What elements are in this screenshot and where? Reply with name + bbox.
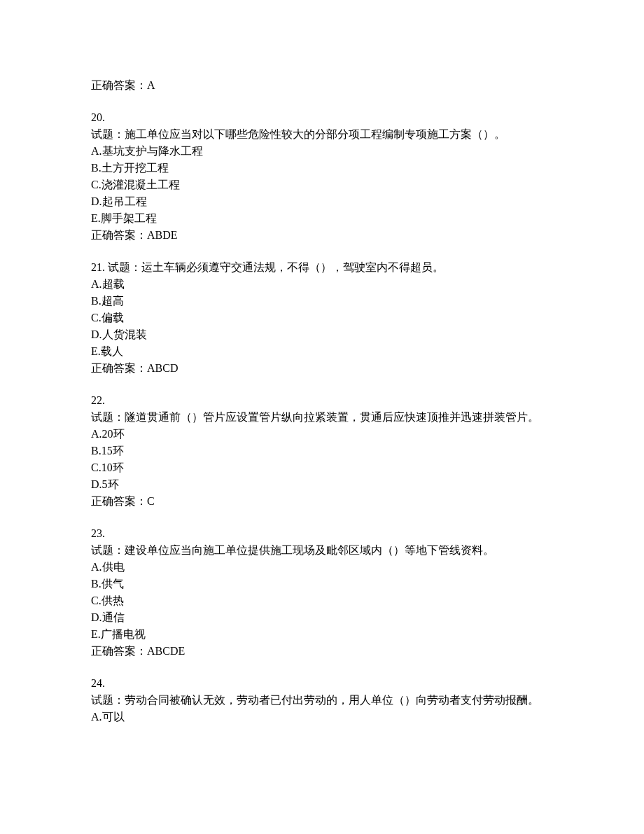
question-header: 21. 试题：运土车辆必须遵守交通法规，不得（），驾驶室内不得超员。 (91, 259, 553, 276)
option: E.脚手架工程 (91, 210, 553, 227)
option: A.基坑支护与降水工程 (91, 143, 553, 160)
option: C.10环 (91, 459, 553, 476)
option: B.超高 (91, 293, 553, 310)
question-stem: 试题：运土车辆必须遵守交通法规，不得（），驾驶室内不得超员。 (108, 261, 444, 273)
option: C.浇灌混凝土工程 (91, 176, 553, 193)
question-block: 22. 试题：隧道贯通前（）管片应设置管片纵向拉紧装置，贯通后应快速顶推并迅速拼… (91, 392, 553, 510)
option: B.15环 (91, 443, 553, 459)
answer-text: 正确答案：ABCD (91, 360, 553, 377)
question-stem: 试题：隧道贯通前（）管片应设置管片纵向拉紧装置，贯通后应快速顶推并迅速拼装管片。 (91, 409, 553, 426)
option: D.人货混装 (91, 326, 553, 343)
answer-text: 正确答案：ABDE (91, 227, 553, 244)
answer-text: 正确答案：A (91, 77, 553, 94)
question-stem: 试题：劳动合同被确认无效，劳动者已付出劳动的，用人单位（）向劳动者支付劳动报酬。 (91, 692, 553, 709)
question-number: 22. (91, 392, 553, 409)
document-page: 正确答案：A 20. 试题：施工单位应当对以下哪些危险性较大的分部分项工程编制专… (0, 0, 644, 834)
option: A.20环 (91, 426, 553, 443)
option: E.广播电视 (91, 626, 553, 643)
answer-text: 正确答案：ABCDE (91, 643, 553, 660)
option: D.起吊工程 (91, 193, 553, 210)
question-stem: 试题：建设单位应当向施工单位提供施工现场及毗邻区域内（）等地下管线资料。 (91, 542, 553, 559)
option: A.供电 (91, 559, 553, 576)
option: C.偏载 (91, 310, 553, 326)
option: A.超载 (91, 276, 553, 293)
option: B.供气 (91, 576, 553, 592)
question-block: 20. 试题：施工单位应当对以下哪些危险性较大的分部分项工程编制专项施工方案（）… (91, 109, 553, 244)
question-block: 23. 试题：建设单位应当向施工单位提供施工现场及毗邻区域内（）等地下管线资料。… (91, 525, 553, 660)
question-number: 24. (91, 675, 553, 692)
option: D.通信 (91, 609, 553, 626)
question-number: 23. (91, 525, 553, 542)
question-number: 20. (91, 109, 553, 126)
option: A.可以 (91, 709, 553, 725)
answer-text: 正确答案：C (91, 493, 553, 510)
question-block: 21. 试题：运土车辆必须遵守交通法规，不得（），驾驶室内不得超员。 A.超载 … (91, 259, 553, 377)
prev-answer-block: 正确答案：A (91, 77, 553, 94)
option: B.土方开挖工程 (91, 160, 553, 176)
option: D.5环 (91, 476, 553, 493)
option: C.供热 (91, 592, 553, 609)
question-block: 24. 试题：劳动合同被确认无效，劳动者已付出劳动的，用人单位（）向劳动者支付劳… (91, 675, 553, 725)
question-number: 21. (91, 261, 105, 273)
option: E.载人 (91, 343, 553, 360)
question-stem: 试题：施工单位应当对以下哪些危险性较大的分部分项工程编制专项施工方案（）。 (91, 126, 553, 143)
